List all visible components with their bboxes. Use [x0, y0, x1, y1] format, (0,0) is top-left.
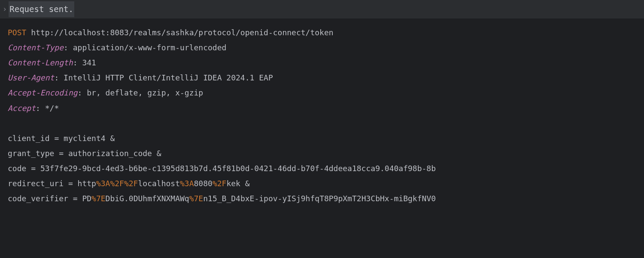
body-param: redirect_uri = http%3A%2F%2Flocalhost%3A…	[8, 176, 636, 191]
url-encoded-segment: %7E	[91, 194, 106, 203]
header-name: User-Agent	[8, 73, 54, 82]
status-bar: › Request sent.	[0, 0, 644, 19]
header-value: br, deflate, gzip, x-gzip	[87, 88, 203, 97]
param-value-segment: myclient4	[64, 134, 106, 143]
body-param: code = 53f7fe29-9bcd-4ed3-b6be-c1395d813…	[8, 161, 636, 176]
body-param: client_id = myclient4 &	[8, 131, 636, 146]
request-line: POST http://localhost:8083/realms/sashka…	[8, 25, 636, 40]
url-encoded-segment: %7E	[189, 194, 204, 203]
http-header: Accept: */*	[8, 101, 636, 116]
colon: :	[54, 73, 64, 82]
header-value: application/x-www-form-urlencoded	[73, 43, 227, 52]
equals: =	[64, 179, 78, 188]
url-encoded-segment: %2F	[213, 179, 227, 188]
http-header: Content-Type: application/x-www-form-url…	[8, 40, 636, 55]
param-value-segment: 53f7fe29-9bcd-4ed3-b6be-c1395d813b7d.45f…	[40, 164, 436, 173]
blank-line	[8, 116, 636, 131]
http-method: POST	[8, 28, 26, 37]
param-value-segment: n15_B_D4bxE-ipov-yISj9hfqT8P9pXmT2H3CbHx…	[203, 194, 436, 203]
ampersand: &	[152, 149, 161, 158]
header-name: Accept	[8, 104, 36, 113]
equals: =	[68, 194, 82, 203]
param-name: code_verifier	[8, 194, 68, 203]
status-text: Request sent.	[9, 1, 74, 17]
http-header: User-Agent: IntelliJ HTTP Client/Intelli…	[8, 70, 636, 85]
http-header: Accept-Encoding: br, deflate, gzip, x-gz…	[8, 85, 636, 100]
param-value-segment: PD	[82, 194, 91, 203]
ampersand: &	[106, 134, 115, 143]
header-value: IntelliJ HTTP Client/IntelliJ IDEA 2024.…	[64, 73, 273, 82]
param-value-segment: localhost	[138, 179, 180, 188]
param-name: client_id	[8, 134, 50, 143]
chevron-right-icon[interactable]: ›	[3, 2, 7, 16]
param-name: code	[8, 164, 26, 173]
equals: =	[50, 134, 64, 143]
colon: :	[36, 104, 45, 113]
header-name: Content-Type	[8, 43, 64, 52]
param-name: redirect_uri	[8, 179, 64, 188]
colon: :	[78, 88, 87, 97]
equals: =	[26, 164, 40, 173]
param-name: grant_type	[8, 149, 54, 158]
header-value: */*	[45, 104, 59, 113]
param-value-segment: http	[78, 179, 96, 188]
param-value-segment: kek	[226, 179, 240, 188]
param-value-segment: DbiG.0DUhmfXNXMAWq	[106, 194, 189, 203]
colon: :	[64, 43, 73, 52]
ampersand: &	[240, 179, 250, 188]
header-name: Accept-Encoding	[8, 88, 78, 97]
request-url: http://localhost:8083/realms/sashka/prot…	[31, 28, 333, 37]
url-encoded-segment: %3A	[180, 179, 194, 188]
equals: =	[54, 149, 68, 158]
url-encoded-segment: %3A%2F%2F	[96, 179, 138, 188]
body-param: code_verifier = PD%7EDbiG.0DUhmfXNXMAWq%…	[8, 191, 636, 206]
body-param: grant_type = authorization_code &	[8, 146, 636, 161]
header-value: 341	[82, 58, 96, 67]
header-name: Content-Length	[8, 58, 73, 67]
param-value-segment: authorization_code	[68, 149, 152, 158]
colon: :	[73, 58, 82, 67]
http-header: Content-Length: 341	[8, 55, 636, 70]
request-content: POST http://localhost:8083/realms/sashka…	[0, 19, 644, 212]
param-value-segment: 8080	[194, 179, 213, 188]
